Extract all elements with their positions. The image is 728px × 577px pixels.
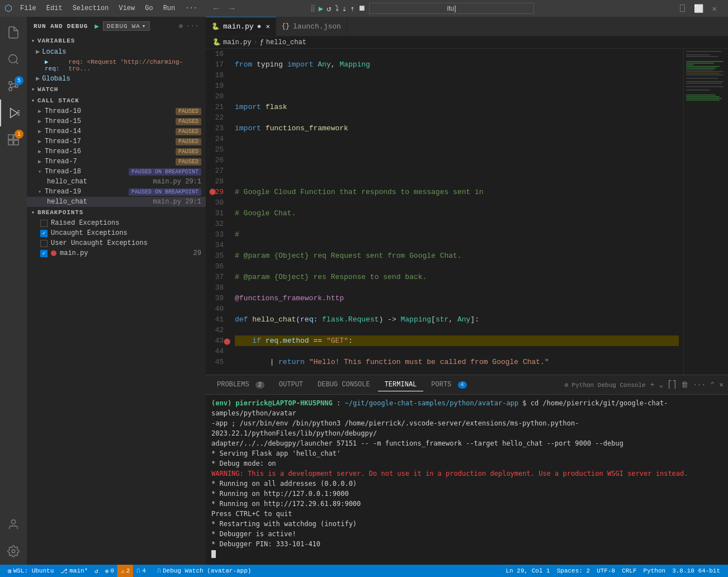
bp-uncaught-exceptions[interactable]: ✓ Uncaught Exceptions bbox=[27, 228, 206, 238]
language-label: Python bbox=[644, 567, 666, 574]
debug-step-into-icon[interactable]: ⇣ bbox=[342, 4, 347, 13]
status-wsl[interactable]: ⊞ ⊞ WSL: Ubuntu WSL: Ubuntu bbox=[4, 565, 57, 577]
tab-ports[interactable]: PORTS 4 bbox=[424, 379, 473, 391]
tab-bar: 🐍 main.py ● ✕ {} launch.json bbox=[206, 17, 728, 36]
activity-accounts[interactable] bbox=[0, 511, 27, 538]
terminal-line-8: * Running on http://172.29.61.89:9000 bbox=[211, 499, 722, 509]
nav-back-button[interactable]: ← bbox=[210, 3, 223, 13]
bp-user-uncaught-exceptions[interactable]: User Uncaught Exceptions bbox=[27, 238, 206, 248]
thread-19-frame-1[interactable]: hello_chat main.py 29:1 bbox=[27, 197, 206, 207]
status-position[interactable]: Ln 29, Col 1 bbox=[503, 567, 554, 574]
thread-15[interactable]: ▶ Thread-15 PAUSED bbox=[27, 116, 206, 126]
status-spaces[interactable]: Spaces: 2 bbox=[554, 567, 593, 574]
menu-more[interactable]: ··· bbox=[181, 3, 202, 13]
menu-selection[interactable]: Selection bbox=[68, 3, 114, 13]
thread-7[interactable]: ▶ Thread-7 PAUSED bbox=[27, 157, 206, 167]
status-debug[interactable]: ⎍ Debug Watch (avatar-app) bbox=[154, 565, 254, 577]
terminal-maximize-icon[interactable]: ⌃ bbox=[710, 380, 715, 389]
status-branch[interactable]: ⎇ main* bbox=[57, 565, 91, 577]
debug-restart-icon[interactable]: ↺ bbox=[327, 4, 331, 13]
status-language[interactable]: Python bbox=[640, 567, 669, 574]
breakpoints-section-header[interactable]: ▾ BREAKPOINTS bbox=[27, 207, 206, 218]
terminal-content[interactable]: (env) pierrick@LAPTOP-HKU5PNNG : ~/git/g… bbox=[206, 395, 728, 565]
terminal-add-icon[interactable]: + bbox=[650, 381, 655, 389]
activity-settings[interactable] bbox=[0, 538, 27, 565]
menu-run[interactable]: Run bbox=[159, 3, 180, 13]
activity-run-debug[interactable] bbox=[0, 100, 27, 126]
breadcrumb-file[interactable]: main.py bbox=[223, 39, 251, 46]
thread-18-frame-1[interactable]: hello_chat main.py 29:1 bbox=[27, 177, 206, 187]
debug-play-icon[interactable]: ▶ bbox=[94, 22, 100, 31]
menu-file[interactable]: File bbox=[16, 3, 41, 13]
call-stack-section-header[interactable]: ▾ CALL STACK bbox=[27, 95, 206, 106]
tab-main-py[interactable]: 🐍 main.py ● ✕ bbox=[206, 17, 276, 36]
code-editor[interactable]: 16 17 18 19 20 21 22 23 24 25 26 27 28 ⬤… bbox=[206, 49, 728, 375]
activity-extensions[interactable]: 1 bbox=[0, 126, 27, 153]
bp-mainpy[interactable]: ✓ main.py 29 bbox=[27, 248, 206, 258]
activity-explorer[interactable] bbox=[0, 19, 27, 46]
terminal-line-11: * Debugger is active! bbox=[211, 529, 722, 539]
thread-18[interactable]: ▾ Thread-18 PAUSED ON BREAKPOINT bbox=[27, 167, 206, 177]
terminal-split-icon[interactable]: ⎡⎤ bbox=[668, 380, 677, 389]
bp-mainpy-label: main.py bbox=[60, 249, 88, 257]
terminal-close-icon[interactable]: ✕ bbox=[719, 380, 724, 389]
terminal-line-9: Press CTRL+C to quit bbox=[211, 509, 722, 519]
globals-item[interactable]: ▶ Globals bbox=[27, 73, 206, 84]
debug-config-dropdown[interactable]: Debug Wa ▾ bbox=[103, 21, 150, 31]
close-icon[interactable]: ✕ bbox=[709, 4, 720, 13]
code-content[interactable]: from typing import Any, Mapping import f… bbox=[230, 49, 683, 375]
chevron-down-icon: ▾ bbox=[142, 22, 146, 30]
tab-debug-console[interactable]: DEBUG CONSOLE bbox=[311, 379, 377, 391]
nav-forward-button[interactable]: → bbox=[225, 3, 239, 13]
breadcrumb-function[interactable]: hello_chat bbox=[266, 39, 306, 46]
bp-raised-exceptions[interactable]: Raised Exceptions bbox=[27, 218, 206, 228]
debug-step-over-icon[interactable]: ⤵ bbox=[335, 4, 339, 13]
status-sync[interactable]: ↺ bbox=[91, 565, 102, 577]
bp-mainpy-count: 29 bbox=[193, 249, 201, 257]
tab-launch-json-label: launch.json bbox=[293, 22, 341, 31]
terminal-more-icon[interactable]: ··· bbox=[693, 381, 706, 389]
bp-user-uncaught-checkbox[interactable] bbox=[40, 240, 48, 247]
debug-more-icon[interactable]: ··· bbox=[187, 22, 199, 30]
watch-section-header[interactable]: ▾ WATCH bbox=[27, 84, 206, 95]
tab-terminal[interactable]: TERMINAL bbox=[378, 379, 424, 391]
maximize-icon[interactable]: ⬜ bbox=[691, 4, 707, 13]
thread-10[interactable]: ▶ Thread-10 PAUSED bbox=[27, 106, 206, 116]
thread-16[interactable]: ▶ Thread-16 PAUSED bbox=[27, 146, 206, 157]
tab-close-icon[interactable]: ✕ bbox=[266, 22, 270, 31]
activity-source-control[interactable]: 5 bbox=[0, 73, 27, 100]
tab-launch-json[interactable]: {} launch.json bbox=[276, 17, 347, 36]
debug-settings-icon[interactable]: ⚙ bbox=[179, 22, 183, 30]
debug-continue-icon[interactable]: ▶ bbox=[319, 4, 323, 13]
tab-output[interactable]: OUTPUT bbox=[272, 379, 310, 391]
minimize-icon[interactable]: ⎕ bbox=[677, 4, 688, 13]
bp-uncaught-checkbox[interactable]: ✓ bbox=[40, 230, 48, 237]
breadcrumb-func-icon: ƒ bbox=[260, 39, 264, 46]
terminal-chevron-icon[interactable]: ⌄ bbox=[659, 380, 663, 389]
debug-step-out-icon[interactable]: ⇡ bbox=[350, 4, 354, 13]
terminal-trash-icon[interactable]: 🗑 bbox=[681, 381, 688, 389]
menu-edit[interactable]: Edit bbox=[42, 3, 67, 13]
status-encoding[interactable]: UTF-8 bbox=[593, 567, 618, 574]
thread-14[interactable]: ▶ Thread-14 PAUSED bbox=[27, 126, 206, 136]
menu-view[interactable]: View bbox=[114, 3, 139, 13]
search-input[interactable] bbox=[369, 3, 533, 14]
activity-search[interactable] bbox=[0, 46, 27, 73]
status-line-ending[interactable]: CRLF bbox=[618, 567, 640, 574]
terminal-line-7: * Running on http://127.0.0.1:9000 bbox=[211, 489, 722, 499]
status-errors[interactable]: ⊗ 0 bbox=[102, 565, 117, 577]
thread-17[interactable]: ▶ Thread-17 PAUSED bbox=[27, 136, 206, 146]
titlebar: ⬡ File Edit Selection View Go Run ··· ← … bbox=[0, 0, 728, 17]
bp-mainpy-checkbox[interactable]: ✓ bbox=[40, 250, 48, 257]
status-info[interactable]: ⎍ 4 bbox=[133, 565, 149, 577]
status-version[interactable]: 3.8.10 64-bit bbox=[669, 567, 724, 574]
tab-problems[interactable]: PROBLEMS 2 bbox=[210, 379, 271, 391]
bp-raised-checkbox[interactable] bbox=[40, 220, 48, 227]
debug-stop-icon[interactable]: ⏹ bbox=[358, 4, 366, 13]
status-warnings[interactable]: ⚠ 2 bbox=[117, 565, 133, 577]
locals-item[interactable]: ▶ Locals bbox=[27, 46, 206, 57]
variables-section-header[interactable]: ▾ VARIABLES bbox=[27, 35, 206, 46]
thread-19[interactable]: ▾ Thread-19 PAUSED ON BREAKPOINT bbox=[27, 187, 206, 197]
menu-go[interactable]: Go bbox=[140, 3, 157, 13]
req-item[interactable]: ▶ req: req: <Request 'http://charming-tr… bbox=[27, 57, 206, 73]
